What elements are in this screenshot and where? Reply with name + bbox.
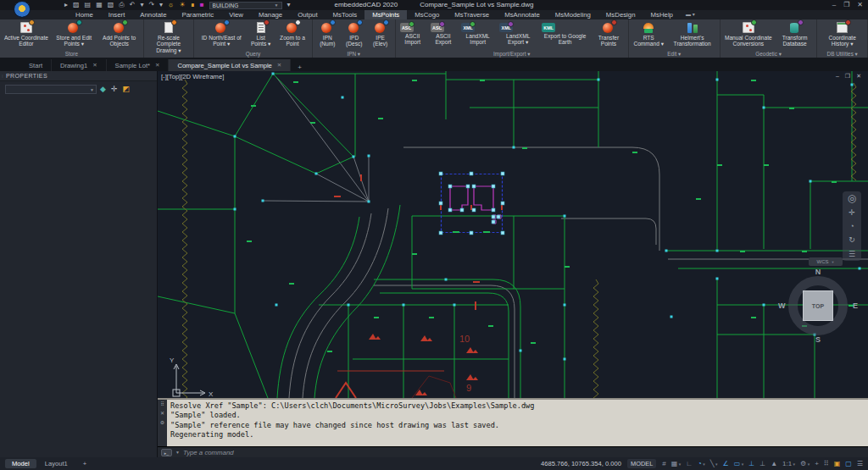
viewcube-top-face[interactable]: TOP — [803, 290, 833, 321]
menu-tab-parametric[interactable]: Parametric — [175, 10, 222, 19]
menu-tab-mstools[interactable]: MsTools — [326, 10, 365, 19]
viewcube-west[interactable]: W — [778, 301, 786, 310]
ribbon-button-landxml-export[interactable]: XMLLandXML Export ▾ — [497, 20, 539, 46]
ribbon-button-ipe-elev[interactable]: IPE (Elev) — [368, 20, 393, 47]
ribbon-group-label[interactable]: DB Utilities ▾ — [817, 50, 867, 58]
ribbon-button-coordinate-history[interactable]: Coordinate History ▾ — [819, 20, 865, 47]
ribbon-button-add-points-to-objects[interactable]: Add Points to Objects — [97, 20, 142, 47]
object-snap-tracking-icon[interactable]: ╲ ▾ — [710, 458, 718, 470]
ribbon-button-list-points[interactable]: List Points ▾ — [247, 20, 275, 47]
dynamic-input-icon[interactable]: ⊥ — [760, 458, 765, 470]
ribbon-button-zoom-to-a-point[interactable]: Zoom to a Point — [275, 20, 310, 47]
dynamic-ucs-icon[interactable]: ⊥ — [748, 458, 754, 470]
ribbon-group-label[interactable]: Import/Export ▾ — [396, 50, 628, 58]
clean-screen-icon[interactable]: ▢ — [845, 458, 852, 470]
menu-tab-mscogo[interactable]: MsCogo — [407, 10, 447, 19]
object-snap-icon[interactable]: ∠ — [723, 458, 729, 470]
document-tab-start[interactable]: Start — [20, 59, 52, 71]
ribbon-button-ipn-num[interactable]: IPN (Num) — [314, 20, 341, 47]
ribbon-button-ascii-import[interactable]: ASCASCII Import — [398, 20, 428, 46]
quick-select-icon[interactable]: ◆ — [100, 85, 106, 94]
close-icon[interactable]: ✕ — [857, 0, 863, 10]
drawing-canvas[interactable]: 10 9 Y X — [158, 71, 868, 398]
menu-tab-mshelp[interactable]: MsHelp — [643, 10, 681, 19]
ribbon-button-helmert-s-transformation[interactable]: Helmert's Transformation — [667, 20, 718, 47]
isolate-objects-icon[interactable]: ⠿ — [824, 458, 829, 470]
ribbon-button-id-north-east-of-point[interactable]: ID North/East of Point ▾ — [196, 20, 247, 47]
layout-tab-layout1[interactable]: Layout1 — [38, 459, 75, 468]
ribbon-group-label[interactable]: Edit ▾ — [629, 50, 720, 58]
ribbon-group-label[interactable]: Store — [0, 50, 143, 58]
ribbon-button-re-scale-complete-drawing[interactable]: Re-scale Complete Drawing ▾ — [146, 20, 192, 53]
ortho-mode-icon[interactable]: ∟ — [686, 458, 693, 470]
close-tab-icon[interactable]: ✕ — [277, 62, 281, 69]
command-input-placeholder[interactable]: Type a command — [183, 449, 234, 456]
customization-menu-icon[interactable]: ☰ — [857, 458, 863, 470]
close-command-icon[interactable]: ✕ — [160, 411, 164, 417]
layout-tab-model[interactable]: Model — [5, 459, 36, 468]
minimize-icon[interactable]: – — [832, 0, 836, 10]
viewcube-north[interactable]: N — [815, 268, 821, 276]
annotation-visibility-icon[interactable]: ▲ — [771, 458, 777, 470]
ribbon-button-store-and-edit-points[interactable]: Store and Edit Points ▾ — [51, 20, 97, 47]
zoom-icon[interactable]: ◔ — [849, 222, 854, 230]
viewport-close-icon[interactable]: ✕ — [856, 73, 861, 80]
document-tab-sample-lot[interactable]: Sample Lot*✕ — [107, 59, 170, 71]
menu-tab-output[interactable]: Output — [290, 10, 325, 19]
showmotion-icon[interactable]: ☰ — [849, 250, 855, 258]
ribbon-button-ipd-desc[interactable]: IPD (Desc) — [341, 20, 368, 47]
snap-mode-icon[interactable]: ▦ ▾ — [671, 458, 681, 470]
ribbon-group-label[interactable]: Query — [194, 50, 312, 58]
new-tab-button[interactable]: + — [291, 64, 309, 71]
ribbon-button-rts-command[interactable]: RTS Command ▾ — [631, 20, 667, 47]
viewport-restore-icon[interactable]: ❐ — [845, 73, 850, 80]
menu-tab-msannotate[interactable]: MsAnnotate — [497, 10, 548, 19]
menu-tab-msdesign[interactable]: MsDesign — [598, 10, 643, 19]
object-type-select[interactable]: ▼ — [5, 85, 97, 94]
menu-tab-insert[interactable]: Insert — [101, 10, 133, 19]
menu-tab-manage[interactable]: Manage — [251, 10, 290, 19]
ribbon-button-landxml-import[interactable]: XMLLandXML Import — [459, 20, 497, 46]
grip-dots-icon[interactable]: ⠿ — [160, 401, 164, 407]
model-space-badge[interactable]: MODEL — [627, 459, 656, 468]
hardware-acceleration-icon[interactable]: ▣ — [834, 458, 841, 470]
layout-tab-[interactable]: + — [76, 459, 93, 468]
app-logo-icon[interactable] — [14, 1, 31, 18]
menu-tab-mstraverse[interactable]: MsTraverse — [447, 10, 497, 19]
menu-tab-mspoints[interactable]: MsPoints — [364, 10, 407, 19]
plus-icon[interactable]: + — [815, 458, 819, 470]
menu-tab-view[interactable]: View — [221, 10, 251, 19]
restore-icon[interactable]: ❐ — [843, 0, 849, 10]
lineweight-icon[interactable]: ▭ ▾ — [734, 458, 743, 470]
document-tab-drawing1[interactable]: Drawing1✕ — [52, 59, 107, 71]
menu-tab-annotate[interactable]: Annotate — [132, 10, 174, 19]
ribbon-group-label[interactable]: Geodetic ▾ — [721, 50, 817, 58]
properties-header[interactable]: ⁞ PROPERTIES — [0, 71, 157, 81]
grid-display-icon[interactable]: # — [662, 458, 665, 470]
menu-tab-home[interactable]: Home — [68, 10, 101, 19]
ribbon-display-toggle-icon[interactable]: ▬ ▾ — [681, 10, 700, 19]
wrench-icon[interactable]: ⚙ — [160, 420, 164, 426]
viewcube-south[interactable]: S — [815, 335, 821, 344]
ribbon-group-label[interactable]: IPN ▾ — [313, 50, 395, 58]
pick-point-icon[interactable]: ✛ — [111, 85, 118, 94]
ribbon-button-active-coordinate-editor[interactable]: Active Coordinate Editor — [2, 20, 51, 47]
workspace-gear-icon[interactable]: ⚙ ▾ — [800, 458, 810, 470]
annotation-scale-button[interactable]: 1:1 ▾ — [782, 458, 795, 470]
polar-tracking-icon[interactable]: ◔ ▾ — [698, 458, 705, 470]
viewcube-east[interactable]: E — [853, 301, 858, 310]
close-tab-icon[interactable]: ✕ — [155, 62, 159, 69]
ribbon-button-ascii-export[interactable]: ASCASCII Export — [428, 20, 459, 46]
ribbon-button-manual-coordinate-conversions[interactable]: Manual Coordinate Conversions — [722, 20, 775, 47]
recent-commands-dropdown-icon[interactable]: ▼ — [175, 450, 180, 455]
toggle-pickadd-icon[interactable]: ◩ — [122, 85, 130, 94]
viewport-minimize-icon[interactable]: – — [836, 73, 839, 80]
drawing-viewport[interactable]: [-][Top][2D Wireframe] – ❐ ✕ — [158, 71, 868, 398]
command-input-bar[interactable]: ▸_ ▼ Type a command — [158, 446, 868, 457]
steering-wheel-icon[interactable]: ◎ — [848, 194, 856, 202]
menu-tab-msmodeling[interactable]: MsModeling — [548, 10, 598, 19]
navigation-bar[interactable]: ◎✛◔↻☰ — [843, 191, 861, 261]
close-tab-icon[interactable]: ✕ — [92, 62, 97, 69]
ribbon-button-export-to-google-earth[interactable]: KMLExport to Google Earth — [539, 20, 591, 46]
viewport-controls-label[interactable]: [-][Top][2D Wireframe] — [161, 73, 224, 80]
